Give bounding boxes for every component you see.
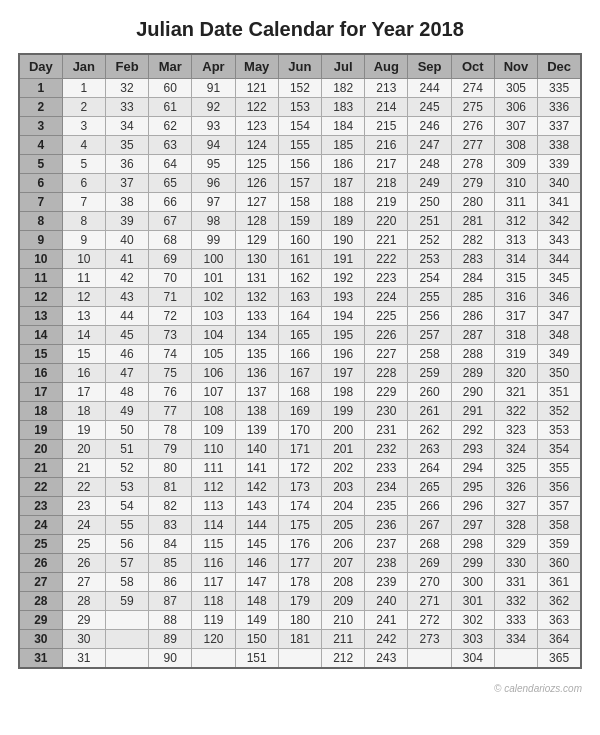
julian-value: 24 [62,516,105,535]
julian-value: 211 [322,630,365,649]
julian-value: 56 [105,535,148,554]
julian-value: 313 [494,231,537,250]
julian-value: 123 [235,117,278,136]
julian-value: 133 [235,307,278,326]
table-row: 16164775106136167197228259289320350 [19,364,581,383]
julian-value: 276 [451,117,494,136]
julian-value: 48 [105,383,148,402]
julian-value: 159 [278,212,321,231]
julian-value: 45 [105,326,148,345]
julian-value: 59 [105,592,148,611]
julian-value: 147 [235,573,278,592]
julian-value: 43 [105,288,148,307]
julian-value: 3 [62,117,105,136]
julian-value: 283 [451,250,494,269]
julian-value: 63 [149,136,192,155]
julian-value: 233 [365,459,408,478]
julian-value [105,649,148,669]
julian-value: 252 [408,231,451,250]
julian-value: 184 [322,117,365,136]
julian-value: 228 [365,364,408,383]
julian-value: 2 [62,98,105,117]
table-row: 11326091121152182213244274305335 [19,79,581,98]
julian-value: 164 [278,307,321,326]
julian-value: 165 [278,326,321,345]
julian-value: 85 [149,554,192,573]
julian-value: 106 [192,364,235,383]
julian-value: 130 [235,250,278,269]
julian-value: 75 [149,364,192,383]
julian-value: 158 [278,193,321,212]
julian-value: 21 [62,459,105,478]
julian-value: 137 [235,383,278,402]
julian-value: 246 [408,117,451,136]
julian-value: 316 [494,288,537,307]
julian-value: 13 [62,307,105,326]
julian-value: 346 [538,288,581,307]
julian-value: 350 [538,364,581,383]
julian-value: 172 [278,459,321,478]
day-number: 28 [19,592,62,611]
julian-value: 82 [149,497,192,516]
julian-value: 7 [62,193,105,212]
julian-value: 314 [494,250,537,269]
day-number: 15 [19,345,62,364]
julian-value: 286 [451,307,494,326]
julian-value: 253 [408,250,451,269]
julian-value: 142 [235,478,278,497]
julian-value: 266 [408,497,451,516]
day-number: 13 [19,307,62,326]
julian-value: 39 [105,212,148,231]
julian-value: 204 [322,497,365,516]
day-number: 3 [19,117,62,136]
julian-value: 295 [451,478,494,497]
julian-value: 269 [408,554,451,573]
table-row: 26265785116146177207238269299330360 [19,554,581,573]
julian-value: 198 [322,383,365,402]
column-header-jun: Jun [278,54,321,79]
julian-value: 140 [235,440,278,459]
julian-value: 200 [322,421,365,440]
julian-value: 271 [408,592,451,611]
page-title: Julian Date Calendar for Year 2018 [0,0,600,53]
julian-value: 20 [62,440,105,459]
julian-value: 156 [278,155,321,174]
julian-value: 297 [451,516,494,535]
julian-value: 309 [494,155,537,174]
julian-value: 229 [365,383,408,402]
julian-value: 311 [494,193,537,212]
julian-value: 119 [192,611,235,630]
julian-value: 101 [192,269,235,288]
julian-value: 330 [494,554,537,573]
julian-value: 114 [192,516,235,535]
julian-value: 216 [365,136,408,155]
julian-value: 264 [408,459,451,478]
footer-credit: © calendariozs.com [0,679,600,702]
julian-value: 280 [451,193,494,212]
julian-value: 78 [149,421,192,440]
julian-value: 340 [538,174,581,193]
julian-value: 270 [408,573,451,592]
julian-value: 285 [451,288,494,307]
julian-value: 220 [365,212,408,231]
julian-value: 104 [192,326,235,345]
julian-value: 125 [235,155,278,174]
day-number: 16 [19,364,62,383]
table-row: 23235482113143174204235266296327357 [19,497,581,516]
julian-value: 217 [365,155,408,174]
julian-value: 163 [278,288,321,307]
day-number: 27 [19,573,62,592]
julian-value: 195 [322,326,365,345]
table-row: 24245583114144175205236267297328358 [19,516,581,535]
julian-value: 40 [105,231,148,250]
julian-value: 12 [62,288,105,307]
julian-value: 19 [62,421,105,440]
julian-value: 54 [105,497,148,516]
julian-value: 201 [322,440,365,459]
julian-value: 1 [62,79,105,98]
julian-value: 305 [494,79,537,98]
julian-value [105,630,148,649]
julian-value: 60 [149,79,192,98]
julian-value: 235 [365,497,408,516]
julian-value: 358 [538,516,581,535]
